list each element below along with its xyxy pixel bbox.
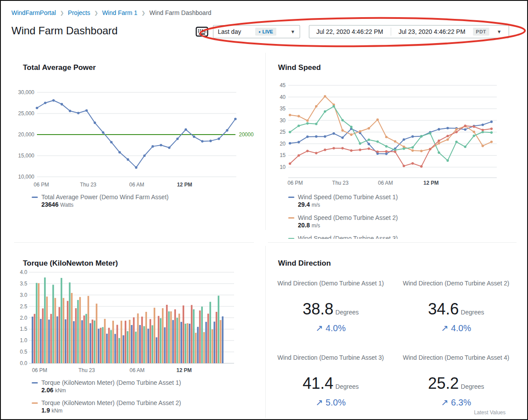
wind-speed-chart[interactable]: 454035302520151006 PMThu 2306 AM12 PM (268, 77, 519, 189)
trend-up-icon: ↗ (441, 398, 448, 407)
kpi-label: Wind Direction (Demo Turbine Asset 4) (399, 353, 513, 371)
breadcrumb-link-projects[interactable]: Projects (68, 9, 90, 16)
panel-torque: Torque (KiloNewton Meter) 4.03.53.02.52.… (11, 246, 260, 420)
panel-title: Wind Speed (278, 63, 321, 72)
legend-swatch (32, 402, 38, 404)
svg-text:06 AM: 06 AM (129, 367, 144, 373)
svg-text:06 PM: 06 PM (288, 180, 303, 186)
panel-divider (265, 53, 266, 230)
legend-swatch (32, 197, 38, 198)
kpi-value: 38.8 Degrees (274, 300, 388, 318)
date-range-picker[interactable]: Jul 22, 2020 4:46:22 PM Jul 23, 2020 4:4… (309, 25, 509, 38)
panel-total-average-power: Total Average Power 30,00025,00020,00015… (11, 50, 260, 242)
svg-text:35: 35 (280, 106, 286, 112)
svg-text:20000: 20000 (239, 131, 254, 138)
legend-item: Torque (KiloNewton Meter) (Demo Turbine … (32, 379, 181, 394)
panel-wind-speed: Wind Speed 454035302520151006 PMThu 2306… (268, 50, 519, 239)
panel-divider (268, 242, 517, 243)
legend-value: 20.8 m/s (298, 222, 398, 230)
torque-chart[interactable]: 4.03.53.02.52.01.51.00.50.006 PMThu 2306… (11, 263, 260, 378)
time-controls: Last day ●LIVE ▼ Jul 22, 2020 4:46:22 PM… (195, 25, 509, 38)
kpi-wind-direction-4: Wind Direction (Demo Turbine Asset 4) 25… (399, 353, 513, 408)
breadcrumb: WindFarmPortal ❯ Projects ❯ Wind Farm 1 … (11, 9, 211, 16)
svg-text:0.5: 0.5 (20, 349, 27, 355)
panel-divider (265, 246, 266, 418)
svg-text:30,000: 30,000 (18, 89, 34, 95)
svg-text:10: 10 (280, 164, 286, 170)
svg-text:Thu 23: Thu 23 (78, 367, 95, 373)
breadcrumb-separator-icon: ❯ (94, 10, 98, 16)
svg-text:20: 20 (280, 141, 286, 147)
svg-text:25,000: 25,000 (18, 110, 34, 117)
svg-text:12 PM: 12 PM (423, 180, 439, 186)
breadcrumb-link-portal[interactable]: WindFarmPortal (11, 9, 56, 16)
svg-text:06 PM: 06 PM (34, 182, 49, 188)
kpi-label: Wind Direction (Demo Turbine Asset 2) (399, 279, 513, 296)
svg-text:4.0: 4.0 (20, 269, 27, 275)
trend-up-icon: ↗ (441, 323, 448, 333)
legend-value: 1.9 kNm (41, 407, 181, 415)
legend-swatch (288, 217, 294, 219)
legend-item: Wind Speed (Demo Turbine Asset 3) (288, 235, 398, 239)
legend-label: Wind Speed (Demo Turbine Asset 2) (298, 214, 398, 222)
kpi-trend: ↗6.3% (399, 397, 513, 408)
page-title: Wind Farm Dashboard (11, 25, 117, 37)
chevron-down-icon: ▼ (290, 29, 295, 34)
legend-value: 2.06 kNm (41, 387, 181, 394)
chart-legend: Wind Speed (Demo Turbine Asset 1) 29.4 m… (288, 194, 398, 239)
breadcrumb-link-wind-farm-1[interactable]: Wind Farm 1 (102, 9, 137, 16)
breadcrumb-current: Wind Farm Dashboard (150, 9, 212, 16)
total-average-power-chart[interactable]: 30,00025,00020,00015,00010,00006 PMThu 2… (11, 77, 260, 189)
panel-title: Wind Direction (278, 259, 331, 268)
svg-text:10,000: 10,000 (18, 174, 34, 180)
timezone-badge: PDT (473, 28, 490, 36)
legend-label: Torque (KiloNewton Meter) (Demo Turbine … (41, 379, 181, 387)
date-separator (391, 28, 391, 36)
legend-item: Wind Speed (Demo Turbine Asset 1) 29.4 m… (288, 194, 398, 209)
svg-text:12 PM: 12 PM (177, 182, 192, 188)
end-datetime: Jul 23, 2020 4:46:22 PM (399, 28, 466, 35)
legend-item: Torque (KiloNewton Meter) (Demo Turbine … (32, 399, 181, 415)
legend-item: Total Average Power (Demo Wind Farm Asse… (32, 194, 169, 209)
kpi-wind-direction-3: Wind Direction (Demo Turbine Asset 3) 41… (274, 353, 388, 408)
time-range-value: Last day (218, 28, 241, 35)
svg-text:1.5: 1.5 (20, 326, 27, 332)
kpi-value: 34.6 Degrees (399, 300, 513, 318)
live-dot-icon: ● (258, 30, 260, 34)
svg-text:3.0: 3.0 (20, 292, 27, 298)
svg-text:40: 40 (280, 94, 286, 100)
svg-text:2.0: 2.0 (20, 315, 27, 321)
panel-divider (14, 242, 254, 243)
chart-legend: Total Average Power (Demo Wind Farm Asse… (32, 194, 169, 214)
time-range-select[interactable]: Last day ●LIVE ▼ (213, 25, 300, 38)
chart-legend: Torque (KiloNewton Meter) (Demo Turbine … (32, 379, 181, 420)
legend-swatch (32, 382, 38, 383)
live-badge: ●LIVE (255, 28, 276, 36)
svg-text:2.5: 2.5 (20, 303, 27, 310)
kpi-value: 41.4 Degrees (274, 374, 388, 393)
svg-text:15: 15 (280, 152, 286, 158)
kpi-label: Wind Direction (Demo Turbine Asset 1) (274, 279, 388, 296)
svg-text:25: 25 (280, 129, 286, 135)
svg-text:06 AM: 06 AM (378, 180, 393, 186)
svg-text:30: 30 (280, 117, 286, 124)
legend-label: Wind Speed (Demo Turbine Asset 1) (298, 194, 398, 201)
kpi-wind-direction-2: Wind Direction (Demo Turbine Asset 2) 34… (399, 279, 513, 333)
panel-wind-direction: Wind Direction Wind Direction (Demo Turb… (268, 246, 519, 420)
panel-title: Total Average Power (23, 63, 96, 72)
legend-label: Total Average Power (Demo Wind Farm Asse… (41, 194, 169, 201)
svg-text:45: 45 (280, 82, 286, 88)
svg-text:0.0: 0.0 (20, 360, 27, 366)
legend-value: 23646 Watts (41, 201, 169, 209)
kpi-wind-direction-1: Wind Direction (Demo Turbine Asset 1) 38… (274, 279, 388, 333)
breadcrumb-separator-icon: ❯ (141, 10, 145, 16)
kpi-trend: ↗4.0% (399, 323, 513, 333)
chevron-down-icon: ▼ (497, 29, 502, 34)
svg-text:1.0: 1.0 (20, 337, 27, 343)
svg-text:12 PM: 12 PM (176, 367, 192, 373)
keyboard-icon[interactable] (195, 26, 209, 37)
start-datetime: Jul 22, 2020 4:46:22 PM (316, 28, 383, 35)
svg-text:20,000: 20,000 (18, 131, 34, 138)
latest-values-label: Latest Values (474, 409, 506, 416)
svg-text:Thu 23: Thu 23 (80, 182, 97, 188)
